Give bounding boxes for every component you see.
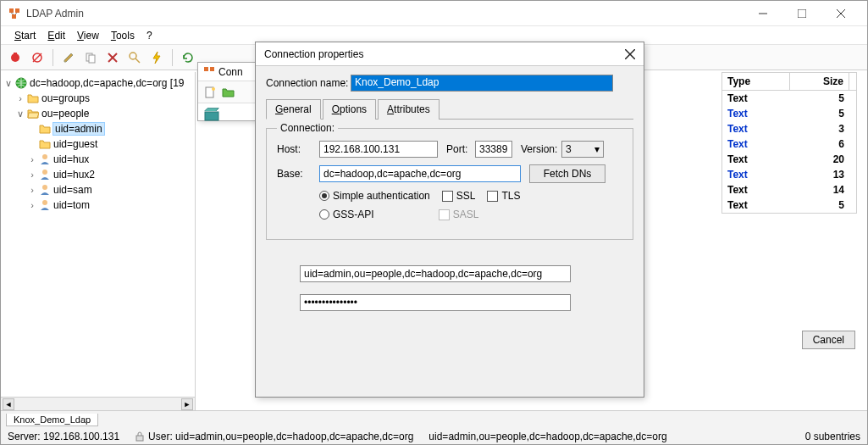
tree-admin[interactable]: uid=admin [53,123,104,135]
ssl-checkbox[interactable]: SSL [442,190,476,202]
tree-root[interactable]: dc=hadoop,dc=apache,dc=org [19 [30,77,184,89]
svg-rect-6 [798,9,806,18]
menu-start[interactable]: Start [9,28,41,43]
fetch-dns-button[interactable]: Fetch DNs [529,164,605,183]
minimize-button[interactable] [744,2,782,25]
folder-open-icon [26,108,40,120]
connection-legend: Connection: [277,122,338,134]
version-select[interactable]: 3▾ [561,141,604,158]
tree-toggle[interactable]: › [26,200,38,210]
tree-guest[interactable]: uid=guest [53,138,97,150]
disconnect-icon[interactable] [28,48,47,67]
dialog-title: Connection properties [264,48,625,60]
menu-tools[interactable]: Tools [106,28,140,43]
scroll-right-icon[interactable]: ► [181,398,193,410]
menu-help[interactable]: ? [141,28,158,43]
menu-view[interactable]: View [72,28,104,43]
svg-point-21 [42,170,47,175]
svg-rect-14 [89,55,95,63]
tree-groups[interactable]: ou=groups [41,92,90,104]
auth-gss-radio[interactable]: GSS-API [319,209,374,220]
host-input[interactable] [319,141,438,158]
maximize-button[interactable] [782,2,821,25]
tab-general[interactable]: General [266,99,321,120]
svg-point-22 [42,185,47,190]
tree-toggle[interactable]: › [26,154,38,164]
app-icon [8,7,21,20]
new-file-icon[interactable] [203,86,217,99]
folder-add-icon[interactable] [222,86,235,98]
tree-toggle[interactable]: › [26,185,38,195]
connections-window: Conn [197,62,257,121]
user-icon [38,184,52,196]
base-input[interactable] [319,165,521,182]
table-row[interactable]: Text3 [722,121,856,136]
password-input[interactable] [300,294,571,311]
tree-tom[interactable]: uid=tom [53,199,90,211]
dialog-close-icon[interactable] [625,49,635,59]
base-label: Base: [277,168,319,180]
scroll-left-icon[interactable]: ◄ [3,398,14,410]
tree-hux[interactable]: uid=hux [53,153,89,165]
user-icon [38,153,52,165]
chevron-down-icon: ▾ [594,143,600,155]
table-row[interactable]: Text20 [722,152,856,167]
user-icon [38,199,52,211]
bind-dn-input[interactable] [300,265,571,282]
table-row[interactable]: Text6 [722,136,856,152]
tree-people[interactable]: ou=people [41,108,89,120]
svg-rect-10 [14,53,17,56]
svg-line-4 [15,13,17,14]
refresh-icon[interactable] [179,48,197,67]
tab-options[interactable]: Options [323,99,376,120]
tree-pane[interactable]: ∨ dc=hadoop,dc=apache,dc=org [19 › ou=gr… [1,72,196,410]
connection-properties-dialog: Connection properties Connection name: K… [255,42,644,398]
menu-edit[interactable]: Edit [42,28,70,43]
tree-toggle[interactable]: › [26,170,38,180]
table-row[interactable]: Text5 [722,106,856,121]
col-size[interactable]: Size [790,73,849,90]
svg-rect-28 [205,112,218,120]
tree-scrollbar[interactable]: ◄ ► [1,397,195,410]
search-icon[interactable] [125,48,144,67]
tree-toggle[interactable]: ∨ [3,78,14,89]
server-cube-icon[interactable] [203,107,251,124]
bolt-icon[interactable] [147,48,166,67]
cancel-button[interactable]: Cancel [802,331,855,349]
tree-sam[interactable]: uid=sam [53,184,92,196]
table-row[interactable]: Text14 [722,182,856,197]
svg-rect-2 [12,14,16,19]
connection-fieldset: Connection: Host: Port: Version: 3▾ Base… [266,128,633,240]
tls-checkbox[interactable]: TLS [487,190,520,202]
host-label: Host: [277,143,319,155]
attribute-table: Type Size Text5Text5Text3Text6Text20Text… [721,72,857,214]
close-button[interactable] [821,2,860,25]
col-type[interactable]: Type [722,73,790,90]
port-input[interactable] [475,141,512,158]
connect-icon[interactable] [6,48,25,67]
subwin-title: Conn [218,66,243,78]
globe-icon [14,77,28,89]
svg-point-20 [42,154,47,159]
table-row[interactable]: Text13 [722,167,856,182]
svg-rect-0 [9,8,14,13]
delete-icon[interactable] [103,48,122,67]
auth-simple-radio[interactable]: Simple authentication [319,190,430,202]
user-icon [38,169,52,181]
tree-toggle[interactable]: ∨ [14,108,26,120]
svg-point-27 [212,87,215,91]
table-row[interactable]: Text5 [722,91,856,106]
connection-name-input[interactable]: Knox_Demo_Ldap [351,75,613,92]
tree-hux2[interactable]: uid=hux2 [53,169,95,181]
connection-tab[interactable]: Knox_Demo_Ldap [6,414,98,426]
status-server: Server: 192.168.100.131 [8,431,119,442]
status-subentries: 0 subentries [805,431,860,442]
copy-icon[interactable] [81,48,100,67]
table-row[interactable]: Text5 [722,197,856,213]
svg-point-17 [130,53,136,59]
edit-icon[interactable] [59,48,78,67]
status-user: User: uid=admin,ou=people,dc=hadoop,dc=a… [135,431,413,442]
tree-toggle[interactable]: › [14,93,26,103]
svg-rect-24 [204,67,208,71]
tab-attributes[interactable]: Attributes [378,99,440,120]
